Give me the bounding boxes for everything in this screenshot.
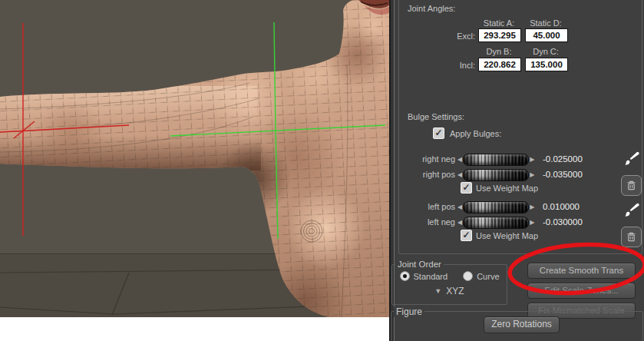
check-icon: ✓: [462, 230, 470, 240]
create-smooth-trans-button[interactable]: Create Smooth Trans: [527, 263, 636, 279]
excl-static-d-field[interactable]: 45.000: [525, 28, 568, 42]
viewport-3d[interactable]: [0, 0, 389, 317]
left-pos-value[interactable]: 0.010000: [543, 202, 580, 211]
joint-order-groupbox: Joint Order Standard Curve ▼XYZ: [391, 264, 507, 305]
dial-thumbwheel[interactable]: [463, 201, 529, 214]
apply-bulges-label: Apply Bulges:: [450, 129, 501, 138]
dial-left-arrow-icon[interactable]: ◀: [457, 170, 463, 180]
joint-angles-title: Joint Angles:: [408, 4, 455, 13]
joint-editor-panel: Joint Angles: Static A: Static D: Excl: …: [389, 0, 644, 341]
check-icon: ✓: [434, 127, 442, 138]
right-neg-value[interactable]: -0.025000: [543, 154, 583, 164]
dial-thumbwheel[interactable]: [463, 169, 529, 181]
joint-order-radios: Standard Curve: [392, 271, 507, 281]
dial-right-arrow-icon[interactable]: ▶: [529, 217, 535, 228]
check-icon: ✓: [462, 182, 470, 193]
dial-left-arrow-icon[interactable]: ◀: [457, 217, 463, 228]
figure-groupbox: Figure Zero Rotations: [391, 311, 643, 341]
chevron-down-icon[interactable]: ▼: [434, 287, 441, 295]
left-pos-dial[interactable]: ◀ ▶: [457, 201, 535, 214]
axis-order-value: XYZ: [446, 286, 464, 296]
dial-right-arrow-icon[interactable]: ▶: [529, 170, 535, 180]
trash-icon: [626, 180, 637, 191]
brush-icon: [623, 149, 642, 167]
dial-right-arrow-icon[interactable]: ▶: [529, 202, 535, 213]
slider-row-left-pos: left pos ◀ ▶ 0.010000: [389, 200, 644, 214]
slider-row-left-neg: left neg ◀ ▶ -0.030000: [389, 216, 644, 229]
joint-order-title: Joint Order: [395, 260, 444, 269]
radio-standard[interactable]: Standard: [400, 271, 448, 281]
static-d-label: Static D:: [520, 18, 572, 28]
radio-curve-label: Curve: [477, 272, 499, 281]
dyn-b-label: Dyn B:: [473, 47, 525, 56]
radio-standard-control[interactable]: [400, 271, 410, 281]
bulge-settings-title: Bulge Settings:: [408, 112, 464, 121]
excl-label: Excl:: [434, 31, 475, 41]
apply-bulges-checkbox[interactable]: ✓: [433, 127, 444, 139]
slider-row-right-neg: right neg ◀ ▶ -0.025000: [389, 153, 644, 166]
axis-order-dropdown[interactable]: ▼XYZ: [392, 286, 507, 296]
incl-dyn-c-field[interactable]: 135.000: [525, 58, 568, 71]
right-pos-label: right pos: [395, 170, 455, 179]
brush-icon: [623, 200, 642, 219]
radio-curve-control[interactable]: [463, 271, 473, 281]
right-neg-label: right neg: [395, 154, 455, 164]
use-weight-map-right-checkbox[interactable]: ✓: [461, 182, 472, 194]
dial-right-arrow-icon[interactable]: ▶: [529, 154, 535, 165]
excl-static-a-field[interactable]: 293.295: [478, 28, 521, 42]
use-weight-map-left-checkbox[interactable]: ✓: [461, 230, 472, 241]
edit-scale-zones-button[interactable]: Edit Scale Zones...: [527, 283, 636, 299]
use-weight-map-left-label: Use Weight Map: [476, 231, 538, 240]
zero-rotations-button[interactable]: Zero Rotations: [484, 316, 560, 333]
left-neg-value[interactable]: -0.030000: [543, 217, 583, 227]
slider-row-right-pos: right pos ◀ ▶ -0.035000: [389, 168, 644, 181]
right-pos-value[interactable]: -0.035000: [543, 170, 583, 179]
dial-thumbwheel[interactable]: [463, 217, 529, 229]
left-neg-dial[interactable]: ◀ ▶: [457, 217, 535, 229]
app-window: Joint Angles: Static A: Static D: Excl: …: [0, 0, 644, 341]
figure-preview: [0, 0, 389, 317]
delete-weight-map-right-button[interactable]: [621, 175, 642, 196]
left-neg-label: left neg: [395, 217, 455, 227]
radio-selected-dot: [403, 274, 407, 278]
dial-left-arrow-icon[interactable]: ◀: [457, 202, 463, 213]
static-a-label: Static A:: [473, 18, 525, 28]
dyn-c-label: Dyn C:: [520, 47, 572, 56]
radio-curve[interactable]: Curve: [463, 271, 499, 281]
incl-label: Incl:: [434, 61, 475, 70]
paint-weight-map-left-button[interactable]: [623, 200, 642, 220]
left-pos-label: left pos: [395, 202, 455, 211]
paint-weight-map-right-button[interactable]: [623, 148, 642, 168]
right-pos-dial[interactable]: ◀ ▶: [457, 169, 535, 181]
figure-title: Figure: [394, 306, 424, 317]
canvas-gap: [0, 317, 389, 341]
dial-left-arrow-icon[interactable]: ◀: [457, 154, 463, 165]
right-neg-dial[interactable]: ◀ ▶: [457, 154, 535, 166]
incl-dyn-b-field[interactable]: 220.862: [478, 58, 521, 71]
dial-thumbwheel[interactable]: [463, 154, 529, 166]
delete-weight-map-left-button[interactable]: [621, 227, 642, 247]
radio-standard-label: Standard: [414, 272, 448, 281]
trash-icon: [626, 231, 637, 243]
use-weight-map-right-label: Use Weight Map: [476, 184, 538, 193]
